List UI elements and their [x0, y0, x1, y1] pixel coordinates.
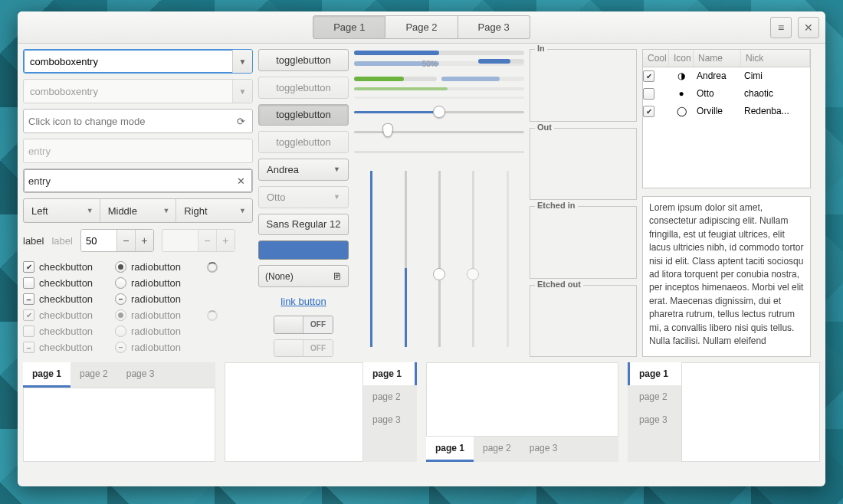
- col-icon[interactable]: Icon: [669, 50, 694, 67]
- col-cool[interactable]: Cool: [643, 50, 669, 67]
- mode-entry[interactable]: ⟳: [23, 109, 253, 133]
- nb-tab[interactable]: page 3: [117, 362, 164, 388]
- frame-out: Out: [530, 128, 637, 201]
- checkbutton-row[interactable]: checkbutton: [23, 261, 100, 273]
- spin-plus-button[interactable]: +: [135, 230, 153, 251]
- chevron-down-icon: ▼: [87, 207, 93, 214]
- nb-tab[interactable]: page 1: [363, 362, 417, 385]
- hscale-1[interactable]: [354, 105, 524, 119]
- cell-checkbox[interactable]: [643, 106, 654, 117]
- spin-minus-button[interactable]: −: [116, 230, 135, 251]
- radio-on-icon[interactable]: [115, 261, 126, 273]
- checkbutton-row[interactable]: checkbutton: [23, 293, 100, 305]
- chevron-down-icon: ▼: [232, 80, 252, 103]
- radiobutton-row[interactable]: radiobutton: [115, 277, 192, 289]
- table-row[interactable]: ◑ Andrea Cimi: [643, 67, 810, 85]
- nb-tab[interactable]: page 3: [363, 408, 417, 431]
- seg-middle[interactable]: Middle▼: [100, 199, 176, 222]
- spin-disabled-value: [162, 230, 198, 251]
- checkbutton-row-disabled: checkbutton: [23, 342, 100, 353]
- combo-otto-disabled: Otto▼: [258, 186, 349, 208]
- vscale-3[interactable]: [433, 171, 445, 347]
- spin-value[interactable]: [81, 230, 116, 251]
- treeview[interactable]: Cool Icon Name Nick ◑ Andrea Cimi ●: [642, 49, 811, 188]
- nb-tab[interactable]: page 2: [363, 385, 417, 408]
- radiobutton-row[interactable]: radiobutton: [115, 261, 192, 273]
- header-tab-2[interactable]: Page 2: [385, 15, 458, 39]
- switch-off-label: OFF: [303, 316, 333, 332]
- entry-with-clear[interactable]: ✕: [23, 169, 253, 193]
- nb-tab[interactable]: page 3: [520, 437, 567, 462]
- comboboxentry-1-input[interactable]: [24, 50, 232, 73]
- comboboxentry-2-input: [24, 80, 232, 103]
- vscale-2[interactable]: [399, 171, 412, 347]
- entry-clear-input[interactable]: [28, 175, 235, 187]
- cell-icon: ◑: [669, 70, 694, 82]
- nb-page: [681, 362, 820, 462]
- checkbox-mixed-icon[interactable]: [23, 293, 34, 305]
- cell-checkbox[interactable]: [643, 70, 654, 82]
- levelbar-1: [478, 59, 524, 64]
- scale-thumb[interactable]: [433, 106, 445, 118]
- notebook-left: page 1 page 2 page 3: [225, 362, 417, 462]
- col-nick[interactable]: Nick: [741, 50, 810, 67]
- table-row[interactable]: ● Otto chaotic: [643, 85, 810, 103]
- file-chooser-button[interactable]: (None) 🖹: [258, 265, 349, 287]
- chevron-down-icon[interactable]: ▼: [232, 50, 252, 73]
- notebook-right: page 1 page 2 page 3: [628, 362, 820, 462]
- switch-knob: [274, 316, 303, 332]
- window-close-button[interactable]: ✕: [798, 17, 819, 38]
- scale-thumb[interactable]: [433, 268, 445, 280]
- cell-name: Orville: [694, 106, 741, 117]
- nb-tab[interactable]: page 2: [474, 437, 520, 462]
- radio-off-icon[interactable]: [115, 277, 126, 289]
- header-tab-3[interactable]: Page 3: [458, 15, 530, 39]
- chevron-down-icon: ▼: [333, 165, 340, 173]
- combo-andrea[interactable]: Andrea▼: [258, 159, 349, 181]
- vscale-4[interactable]: [467, 171, 479, 347]
- nb-page: [23, 388, 215, 462]
- togglebutton-3-active[interactable]: togglebutton: [258, 104, 349, 126]
- comboboxentry-1[interactable]: ▼: [23, 49, 253, 74]
- checkbox-empty-icon[interactable]: [23, 277, 34, 289]
- scale-thumb-marker[interactable]: [382, 123, 393, 137]
- clear-icon[interactable]: ✕: [235, 175, 248, 187]
- seg-right[interactable]: Right▼: [175, 199, 252, 222]
- nb-tab[interactable]: page 3: [628, 408, 681, 431]
- nb-tab[interactable]: page 1: [23, 362, 71, 388]
- nb-tab[interactable]: page 1: [426, 437, 474, 462]
- checkbox-checked-icon[interactable]: [23, 261, 34, 273]
- switch-1[interactable]: OFF: [274, 316, 333, 333]
- radio-off-icon: [115, 326, 126, 337]
- seg-left[interactable]: Left▼: [24, 199, 100, 222]
- nb-tab[interactable]: page 1: [628, 362, 681, 385]
- radiobutton-row[interactable]: radiobutton: [115, 293, 192, 305]
- radio-mixed-icon[interactable]: [115, 293, 126, 305]
- spinbutton-disabled: − +: [162, 229, 235, 252]
- vscale-1[interactable]: [365, 171, 377, 347]
- checkbutton-row[interactable]: checkbutton: [23, 277, 100, 289]
- mode-entry-input[interactable]: [28, 116, 235, 127]
- cell-checkbox[interactable]: [643, 88, 654, 100]
- scale-thumb[interactable]: [467, 268, 479, 280]
- vertical-scales: [354, 171, 524, 351]
- header-tab-1[interactable]: Page 1: [313, 15, 385, 39]
- font-button[interactable]: Sans Regular 12: [258, 214, 349, 236]
- nb-tab[interactable]: page 2: [628, 385, 681, 408]
- refresh-icon[interactable]: ⟳: [235, 116, 248, 127]
- progressbar-1: [354, 51, 524, 55]
- textview[interactable]: Lorem ipsum dolor sit amet, consectetur …: [642, 196, 811, 357]
- togglebutton-1[interactable]: togglebutton: [258, 49, 349, 71]
- segmented-dropdowns: Left▼ Middle▼ Right▼: [23, 198, 253, 223]
- table-row[interactable]: ◯ Orville Redenba...: [643, 103, 810, 120]
- chevron-down-icon: ▼: [162, 207, 169, 214]
- content-area: ▼ ▼ ⟳ ✕ Left▼ Mi: [18, 44, 825, 486]
- col-name[interactable]: Name: [694, 50, 741, 67]
- nb-tab[interactable]: page 2: [71, 362, 117, 388]
- link-button[interactable]: link button: [258, 293, 349, 310]
- color-button[interactable]: [258, 241, 349, 260]
- spinbutton[interactable]: − +: [80, 229, 154, 252]
- hamburger-menu-button[interactable]: ≡: [770, 17, 792, 38]
- hscale-2-marks[interactable]: [354, 125, 524, 139]
- cell-nick: Cimi: [741, 70, 810, 82]
